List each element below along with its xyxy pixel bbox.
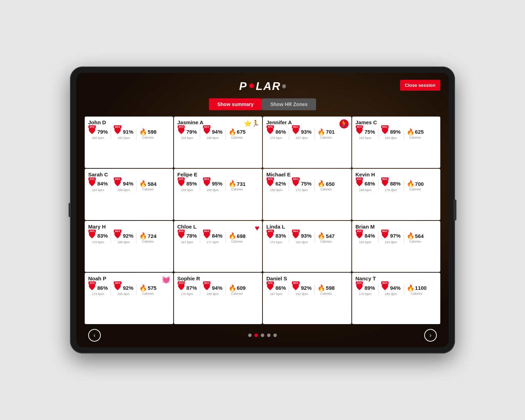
next-button[interactable]: › [424, 329, 437, 342]
avg-stat: AVG 83% 170 bpm [88, 232, 108, 244]
stat-divider-2 [314, 284, 315, 295]
participant-card[interactable]: Nancy T AVG 89% 170 bpm MAX [352, 273, 441, 324]
participant-card[interactable]: Daniel S AVG 86% 167 bpm MAX [263, 273, 351, 324]
close-session-button[interactable]: Close session [400, 80, 440, 91]
avg-heart-container: AVG [266, 232, 274, 240]
avg-stat-top: AVG 89% [356, 284, 375, 292]
participant-card[interactable]: Jasmine A ⭐🏃 AVG 79% 158 bpm MAX [174, 117, 262, 168]
polar-logo: P LAR ® [239, 80, 286, 93]
calories-value: 575 [148, 285, 156, 291]
max-percent: 84% [212, 233, 223, 239]
stat-divider-2 [225, 180, 226, 191]
avg-percent: 86% [275, 285, 286, 291]
tab-show-summary[interactable]: Show summary [209, 98, 262, 110]
participant-card[interactable]: James C AVG 75% 160 bpm MAX [352, 117, 441, 168]
flame-icon: 🔥 [317, 232, 325, 240]
stat-divider-1 [111, 180, 111, 191]
avg-percent: 87% [187, 285, 197, 291]
stat-divider-2 [404, 180, 404, 191]
avg-badge: AVG [267, 125, 274, 128]
participant-card[interactable]: Michael E AVG 62% 150 bpm MAX [263, 169, 351, 220]
calories-label: Calories [320, 240, 332, 243]
tab-show-hr-zones[interactable]: Show HR Zones [262, 98, 316, 110]
max-percent: 97% [390, 233, 401, 239]
participant-card[interactable]: Felipe E AVG 85% 166 bpm MAX [174, 169, 262, 220]
participant-name: Felipe E [177, 172, 259, 177]
avg-badge: AVG [356, 177, 363, 181]
logo-circle [249, 83, 254, 88]
max-stat-top: MAX 95% [203, 180, 223, 188]
participant-card[interactable]: Sophie R AVG 87% 170 bpm MAX [174, 273, 262, 324]
calories-top: 🔥 609 [229, 284, 246, 292]
flame-icon: 🔥 [407, 232, 414, 240]
max-stat: MAX 94% 189 dpm [114, 180, 133, 192]
avg-stat-top: AVG 83% [88, 232, 108, 240]
stat-divider-2 [404, 284, 404, 295]
participant-card[interactable]: Chloe L ♥ AVG 78% 167 bpm MAX [174, 221, 262, 272]
stat-divider-2 [225, 284, 226, 295]
avg-stat: AVG 89% 170 bpm [356, 284, 375, 296]
prev-button[interactable]: ‹ [88, 329, 101, 342]
avg-percent: 62% [275, 181, 286, 187]
calories-stat: 🔥 609 Calories [229, 284, 246, 295]
avg-stat: AVG 84% 183 bpm [356, 232, 375, 244]
participant-card[interactable]: Linda L AVG 83% 171 bpm MAX [263, 221, 351, 272]
max-badge: MAX [292, 125, 300, 128]
participant-card[interactable]: Jennifer A 🏃 AVG 86% 174 bpm MAX [263, 117, 351, 168]
calories-value: 625 [415, 129, 424, 135]
avg-heart-container: AVG [177, 180, 185, 188]
avg-badge: AVG [177, 281, 185, 285]
calories-stat: 🔥 575 Calories [139, 284, 156, 295]
stats-row: AVG 87% 170 bpm MAX 94% 188 d [177, 284, 259, 296]
stats-row: AVG 78% 167 bpm MAX 84% 177 d [177, 232, 259, 244]
calories-value: 1100 [415, 285, 427, 291]
avg-bpm: 170 bpm [181, 292, 193, 296]
avg-bpm: 168 bpm [359, 188, 371, 192]
stats-row: AVG 86% 173 bpm MAX 92% 185 d [88, 284, 170, 296]
participant-card[interactable]: Brian M AVG 84% 183 bpm MAX [352, 221, 441, 272]
participant-card[interactable]: Noah P 💓 AVG 86% 173 bpm MAX [85, 273, 173, 324]
page-dot-4[interactable] [267, 334, 271, 337]
participant-card[interactable]: Kevin H AVG 68% 168 bpm MAX [352, 169, 441, 220]
calories-label: Calories [410, 188, 421, 191]
max-heart-container: MAX [203, 232, 211, 240]
avg-badge: AVG [267, 177, 274, 181]
participant-card[interactable]: John D AVG 79% 162 bpm MAX [85, 117, 173, 168]
avg-stat: AVG 86% 173 bpm [88, 284, 108, 296]
calories-value: 675 [237, 129, 246, 135]
avg-heart-container: AVG [266, 180, 274, 188]
stat-divider-1 [378, 180, 378, 191]
max-heart-container: MAX [292, 232, 300, 240]
avg-stat: AVG 86% 174 bpm [266, 127, 286, 140]
avg-heart-container: AVG [177, 232, 185, 240]
header: P LAR ® Close session [85, 80, 440, 93]
screen-content: P LAR ® Close session Show summary Show … [76, 73, 449, 347]
stats-row: AVG 79% 162 bpm MAX 91% 192 b [88, 127, 170, 140]
max-percent: 94% [212, 129, 223, 135]
stat-divider-2 [404, 128, 404, 139]
calories-value: 609 [237, 285, 246, 291]
avg-bpm: 174 bpm [270, 136, 282, 140]
avg-bpm: 167 bpm [270, 292, 282, 296]
max-badge: MAX [381, 125, 389, 128]
page-dot-3[interactable] [261, 334, 264, 337]
avg-badge: AVG [177, 125, 185, 128]
avg-percent: 75% [365, 129, 375, 135]
page-dot-2[interactable] [254, 334, 258, 337]
calories-label: Calories [142, 136, 154, 139]
participant-card[interactable]: Mary H AVG 83% 170 bpm MAX [85, 221, 173, 272]
stat-divider-1 [200, 128, 200, 139]
avg-heart-container: AVG [266, 284, 274, 292]
max-badge: MAX [381, 177, 389, 181]
page-dot-1[interactable] [248, 334, 252, 337]
avg-bpm: 166 bpm [181, 188, 193, 192]
avg-bpm: 150 bpm [270, 188, 282, 192]
participant-card[interactable]: Sarah C AVG 84% 164 bpm MAX [85, 169, 173, 220]
stat-divider-1 [111, 232, 111, 243]
calories-stat: 🔥 724 Calories [139, 232, 156, 243]
page-dot-5[interactable] [273, 334, 277, 337]
avg-stat-top: AVG 86% [88, 284, 108, 292]
avg-heart-container: AVG [88, 180, 96, 188]
participant-name: Chloe L [177, 224, 259, 230]
max-stat: MAX 93% 192 dpm [292, 232, 312, 244]
